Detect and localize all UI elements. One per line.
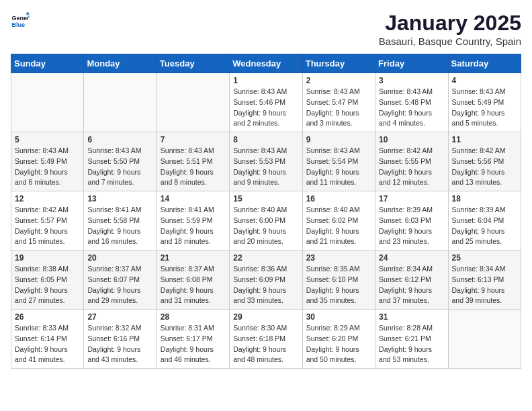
daylight-label: Daylight: 9 hours and 39 minutes. xyxy=(452,286,505,305)
sunrise-label: Sunrise: 8:43 AM xyxy=(161,146,214,154)
day-header-wednesday: Wednesday xyxy=(230,54,302,73)
calendar-cell: 14Sunrise: 8:41 AMSunset: 5:59 PMDayligh… xyxy=(157,191,229,250)
calendar-cell: 12Sunrise: 8:42 AMSunset: 5:57 PMDayligh… xyxy=(11,191,84,250)
calendar-cell: 3Sunrise: 8:43 AMSunset: 5:48 PMDaylight… xyxy=(375,73,448,132)
sunset-label: Sunset: 6:07 PM xyxy=(87,275,140,283)
day-number: 27 xyxy=(87,312,152,322)
sunrise-label: Sunrise: 8:43 AM xyxy=(379,87,433,95)
daylight-label: Daylight: 9 hours and 46 minutes. xyxy=(161,345,214,364)
daylight-label: Daylight: 9 hours and 29 minutes. xyxy=(87,286,140,305)
day-number: 14 xyxy=(161,194,226,203)
day-info: Sunrise: 8:34 AMSunset: 6:13 PMDaylight:… xyxy=(452,264,517,306)
sunrise-label: Sunrise: 8:40 AM xyxy=(233,205,287,214)
day-info: Sunrise: 8:34 AMSunset: 6:12 PMDaylight:… xyxy=(379,264,444,306)
day-number: 12 xyxy=(15,194,80,203)
sunset-label: Sunset: 6:09 PM xyxy=(233,275,285,283)
sunset-label: Sunset: 6:20 PM xyxy=(306,334,359,342)
calendar-cell: 25Sunrise: 8:34 AMSunset: 6:13 PMDayligh… xyxy=(448,250,521,310)
sunset-label: Sunset: 6:00 PM xyxy=(233,216,285,224)
calendar-cell xyxy=(448,310,521,369)
sunset-label: Sunset: 6:16 PM xyxy=(87,334,140,342)
sunset-label: Sunset: 6:08 PM xyxy=(161,275,213,283)
calendar-cell: 5Sunrise: 8:43 AMSunset: 5:49 PMDaylight… xyxy=(11,132,84,191)
daylight-label: Daylight: 9 hours and 35 minutes. xyxy=(306,286,359,305)
daylight-label: Daylight: 9 hours and 2 minutes. xyxy=(233,109,286,128)
calendar-cell: 11Sunrise: 8:42 AMSunset: 5:56 PMDayligh… xyxy=(448,132,521,191)
sunrise-label: Sunrise: 8:40 AM xyxy=(306,205,360,214)
day-number: 16 xyxy=(306,194,371,203)
day-number: 3 xyxy=(379,76,444,85)
calendar-cell: 31Sunrise: 8:28 AMSunset: 6:21 PMDayligh… xyxy=(375,310,448,369)
day-header-friday: Friday xyxy=(375,54,448,73)
daylight-label: Daylight: 9 hours and 11 minutes. xyxy=(306,168,359,187)
daylight-label: Daylight: 9 hours and 12 minutes. xyxy=(379,168,432,187)
logo-icon: General Blue xyxy=(11,11,30,30)
day-number: 28 xyxy=(161,312,226,322)
calendar-cell xyxy=(157,73,229,132)
calendar-cell: 7Sunrise: 8:43 AMSunset: 5:51 PMDaylight… xyxy=(157,132,229,191)
sunrise-label: Sunrise: 8:34 AM xyxy=(379,265,433,273)
calendar-cell: 9Sunrise: 8:43 AMSunset: 5:54 PMDaylight… xyxy=(302,132,375,191)
sunset-label: Sunset: 6:21 PM xyxy=(379,334,431,342)
day-number: 2 xyxy=(306,76,371,85)
day-info: Sunrise: 8:37 AMSunset: 6:07 PMDaylight:… xyxy=(87,264,152,306)
day-info: Sunrise: 8:40 AMSunset: 6:00 PMDaylight:… xyxy=(233,205,298,247)
sunrise-label: Sunrise: 8:43 AM xyxy=(15,146,69,154)
daylight-label: Daylight: 9 hours and 20 minutes. xyxy=(233,227,286,246)
sunrise-label: Sunrise: 8:43 AM xyxy=(87,146,141,154)
day-number: 6 xyxy=(87,135,152,144)
calendar-cell: 16Sunrise: 8:40 AMSunset: 6:02 PMDayligh… xyxy=(302,191,375,250)
calendar-table: SundayMondayTuesdayWednesdayThursdayFrid… xyxy=(11,54,521,369)
sunrise-label: Sunrise: 8:32 AM xyxy=(87,324,141,332)
calendar-cell: 28Sunrise: 8:31 AMSunset: 6:17 PMDayligh… xyxy=(157,310,229,369)
day-info: Sunrise: 8:40 AMSunset: 6:02 PMDaylight:… xyxy=(306,205,371,247)
day-number: 10 xyxy=(379,135,444,144)
sunrise-label: Sunrise: 8:35 AM xyxy=(306,265,360,273)
month-title: January 2025 xyxy=(379,11,521,36)
day-number: 31 xyxy=(379,312,444,322)
day-info: Sunrise: 8:33 AMSunset: 6:14 PMDaylight:… xyxy=(15,323,80,365)
calendar-cell: 24Sunrise: 8:34 AMSunset: 6:12 PMDayligh… xyxy=(375,250,448,310)
sunrise-label: Sunrise: 8:42 AM xyxy=(379,146,433,154)
day-number: 15 xyxy=(233,194,298,203)
sunset-label: Sunset: 5:51 PM xyxy=(161,157,213,165)
sunrise-label: Sunrise: 8:30 AM xyxy=(233,324,287,332)
day-info: Sunrise: 8:36 AMSunset: 6:09 PMDaylight:… xyxy=(233,264,298,306)
daylight-label: Daylight: 9 hours and 5 minutes. xyxy=(452,109,505,128)
calendar-cell: 29Sunrise: 8:30 AMSunset: 6:18 PMDayligh… xyxy=(230,310,302,369)
daylight-label: Daylight: 9 hours and 37 minutes. xyxy=(379,286,432,305)
sunset-label: Sunset: 5:48 PM xyxy=(379,98,431,106)
day-info: Sunrise: 8:32 AMSunset: 6:16 PMDaylight:… xyxy=(87,323,152,365)
calendar-cell: 20Sunrise: 8:37 AMSunset: 6:07 PMDayligh… xyxy=(84,250,157,310)
svg-text:Blue: Blue xyxy=(11,21,25,28)
calendar-cell: 6Sunrise: 8:43 AMSunset: 5:50 PMDaylight… xyxy=(84,132,157,191)
sunset-label: Sunset: 5:53 PM xyxy=(233,157,285,165)
daylight-label: Daylight: 9 hours and 27 minutes. xyxy=(15,286,68,305)
day-number: 21 xyxy=(161,253,226,263)
calendar-cell: 10Sunrise: 8:42 AMSunset: 5:55 PMDayligh… xyxy=(375,132,448,191)
day-info: Sunrise: 8:30 AMSunset: 6:18 PMDaylight:… xyxy=(233,323,298,365)
daylight-label: Daylight: 9 hours and 8 minutes. xyxy=(161,168,214,187)
day-info: Sunrise: 8:31 AMSunset: 6:17 PMDaylight:… xyxy=(161,323,226,365)
sunrise-label: Sunrise: 8:28 AM xyxy=(379,324,433,332)
sunset-label: Sunset: 5:57 PM xyxy=(15,216,67,224)
daylight-label: Daylight: 9 hours and 41 minutes. xyxy=(15,345,68,364)
sunset-label: Sunset: 5:55 PM xyxy=(379,157,431,165)
day-number: 11 xyxy=(452,135,517,144)
daylight-label: Daylight: 9 hours and 4 minutes. xyxy=(379,109,432,128)
sunset-label: Sunset: 5:59 PM xyxy=(161,216,213,224)
calendar-week-5: 26Sunrise: 8:33 AMSunset: 6:14 PMDayligh… xyxy=(11,310,521,369)
day-info: Sunrise: 8:43 AMSunset: 5:47 PMDaylight:… xyxy=(306,87,371,129)
daylight-label: Daylight: 9 hours and 3 minutes. xyxy=(306,109,359,128)
day-number: 8 xyxy=(233,135,298,144)
day-info: Sunrise: 8:39 AMSunset: 6:04 PMDaylight:… xyxy=(452,205,517,247)
sunset-label: Sunset: 5:56 PM xyxy=(452,157,504,165)
sunrise-label: Sunrise: 8:38 AM xyxy=(15,265,69,273)
sunrise-label: Sunrise: 8:39 AM xyxy=(452,205,506,214)
day-info: Sunrise: 8:42 AMSunset: 5:57 PMDaylight:… xyxy=(15,205,80,247)
calendar-week-4: 19Sunrise: 8:38 AMSunset: 6:05 PMDayligh… xyxy=(11,250,521,310)
calendar-cell: 4Sunrise: 8:43 AMSunset: 5:49 PMDaylight… xyxy=(448,73,521,132)
calendar-week-1: 1Sunrise: 8:43 AMSunset: 5:46 PMDaylight… xyxy=(11,73,521,132)
header: General Blue January 2025 Basauri, Basqu… xyxy=(11,11,521,47)
title-section: January 2025 Basauri, Basque Country, Sp… xyxy=(379,11,521,47)
